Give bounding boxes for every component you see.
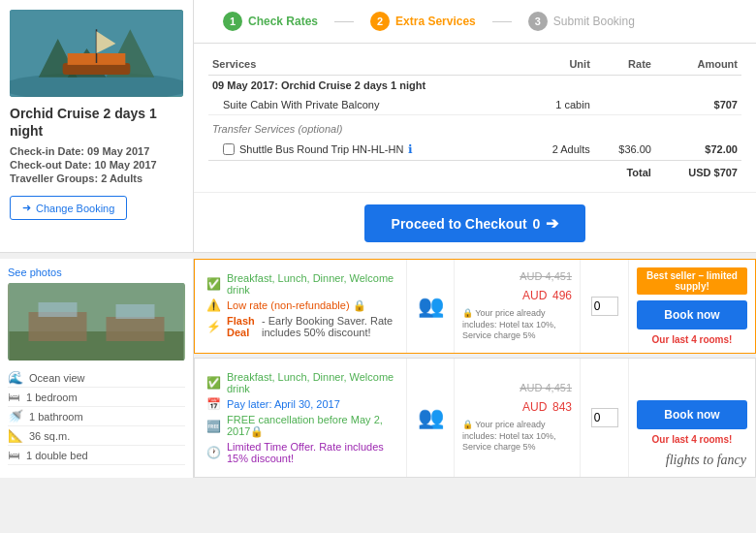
bottom-wrapper: See photos 🌊 Ocean view 🛏 (0, 259, 756, 478)
services-table-area: Services Unit Rate Amount 09 May 2017: O… (194, 44, 756, 192)
change-booking-button[interactable]: ➜ Change Booking (10, 196, 127, 220)
amenities-list: 🌊 Ocean view 🛏 1 bedroom 🚿 1 bathroom 📐 … (8, 368, 185, 465)
left-panel: Orchid Cruise 2 days 1 night Check-in Da… (0, 0, 194, 252)
room-card-1: ✅ Breakfast, Lunch, Dinner, Welcome drin… (194, 259, 756, 354)
bathroom-icon: 🚿 (8, 409, 23, 423)
checkout-row: Check-out Date: 10 May 2017 (10, 159, 183, 171)
bed-icon: 🛏 (8, 448, 20, 462)
room-1-old-price: AUD 4,451 (520, 270, 572, 282)
transfer-unit: 2 Adults (524, 139, 593, 161)
transfer-amount: $72.00 (655, 139, 741, 161)
svg-rect-14 (116, 304, 155, 319)
room-1-price: AUD 4,451 AUD 496 🔒 Your price already i… (455, 260, 581, 353)
guests-icon-2: 👥 (418, 405, 444, 430)
bedroom-icon: 🛏 (8, 390, 20, 404)
time-icon-2: 🕐 (206, 446, 221, 459)
col-amount: Amount (655, 53, 741, 76)
room-1-guests: 👥 (406, 260, 455, 353)
cruise-image (10, 10, 183, 97)
right-panel: 1 Check Rates 2 Extra Services 3 Submit … (194, 0, 756, 252)
room-2-qty-input[interactable] (591, 408, 618, 427)
room-1-new-price: AUD 496 (522, 282, 572, 304)
svg-rect-12 (107, 317, 165, 341)
room-1-book-col: Best seller – limited supply! Book now O… (629, 260, 755, 353)
step-3-label: Submit Booking (553, 15, 635, 28)
step-2-num: 2 (370, 12, 390, 31)
feature-meals-2: ✅ Breakfast, Lunch, Dinner, Welcome drin… (206, 371, 394, 394)
amenity-bed: 🛏 1 double bed (8, 446, 185, 465)
amenity-size: 📐 36 sq.m. (8, 426, 185, 446)
room-1-book-button[interactable]: Book now (637, 300, 747, 329)
room-2-price: AUD 4,451 AUD 843 🔒 Your price already i… (455, 359, 581, 477)
main-service-name: Suite Cabin With Private Balcony (208, 95, 524, 115)
bottom-section: See photos 🌊 Ocean view 🛏 (0, 259, 756, 478)
step-divider-1 (334, 21, 354, 22)
svg-rect-13 (39, 302, 78, 317)
room-1-last-rooms: Our last 4 rooms! (652, 334, 733, 345)
feature-discount-2: 🕐 Limited Time Offer. Rate includes 15% … (206, 441, 394, 464)
size-icon: 📐 (8, 428, 23, 443)
check-circle-icon-2: ✅ (206, 376, 221, 390)
main-service-unit: 1 cabin (524, 95, 593, 115)
step-1: 1 Check Rates (208, 8, 332, 35)
checkout-button[interactable]: Proceed to Checkout 0 ➔ (364, 204, 586, 242)
warning-icon-1: ⚠️ (206, 298, 221, 312)
flash-icon-1: ⚡ (206, 320, 221, 333)
total-label: Total (208, 161, 655, 183)
traveller-row: Traveller Groups: 2 Adults (10, 172, 183, 184)
checkout-section: Proceed to Checkout 0 ➔ (194, 192, 756, 252)
step-2-label: Extra Services (395, 15, 476, 28)
transfer-section-title: Transfer Services (optional) (208, 115, 741, 140)
room-2-book-button[interactable]: Book now (637, 400, 747, 429)
room-2-price-note: 🔒 Your price already includes: Hotel tax… (462, 420, 572, 454)
check-circle-icon-1: ✅ (206, 277, 221, 291)
room-2-new-price: AUD 843 (522, 393, 572, 416)
step-divider-2 (492, 21, 512, 22)
col-rate: Rate (594, 53, 655, 76)
room-1-features: ✅ Breakfast, Lunch, Dinner, Welcome drin… (195, 260, 406, 353)
feature-rate-1: ⚠️ Low rate (non-refundable) 🔒 (206, 298, 394, 312)
cruise-title: Orchid Cruise 2 days 1 night (10, 105, 183, 140)
step-3-num: 3 (528, 12, 548, 31)
room-2-qty (581, 359, 629, 477)
step-2: 2 Extra Services (356, 8, 490, 35)
room-2-old-price: AUD 4,451 (520, 382, 572, 393)
step-1-num: 1 (223, 12, 242, 31)
see-photos-link[interactable]: See photos (8, 266, 185, 278)
calendar-icon-2: 📅 (206, 397, 221, 411)
free-icon-2: 🆓 (206, 420, 221, 433)
feature-paylater-2: 📅 Pay later: April 30, 2017 (206, 397, 394, 411)
main-service-rate (594, 95, 655, 115)
amenity-bedroom: 🛏 1 bedroom (8, 388, 185, 407)
room-options: ✅ Breakfast, Lunch, Dinner, Welcome drin… (194, 259, 756, 478)
best-seller-badge: Best seller – limited supply! (637, 267, 747, 295)
steps-bar: 1 Check Rates 2 Extra Services 3 Submit … (194, 0, 756, 44)
bottom-left-panel: See photos 🌊 Ocean view 🛏 (0, 259, 194, 478)
checkout-arrow-icon: ➔ (546, 214, 558, 233)
step-1-label: Check Rates (248, 15, 318, 28)
amenity-ocean-view: 🌊 Ocean view (8, 368, 185, 388)
services-table: Services Unit Rate Amount 09 May 2017: O… (208, 53, 741, 182)
col-unit: Unit (524, 53, 593, 76)
ocean-view-icon: 🌊 (8, 370, 23, 385)
total-amount: USD $707 (655, 161, 741, 183)
watermark: flights to fancy (666, 453, 746, 468)
room-1-price-note: 🔒 Your price already includes: Hotel tax… (462, 308, 572, 342)
arrow-icon: ➜ (22, 202, 31, 214)
main-service-amount: $707 (655, 95, 741, 115)
col-services: Services (208, 53, 524, 76)
feature-cancel-2: 🆓 FREE cancellation before May 2, 2017🔒 (206, 414, 394, 438)
room-1-qty (581, 260, 629, 353)
room-image (8, 283, 185, 361)
feature-meals-1: ✅ Breakfast, Lunch, Dinner, Welcome drin… (206, 272, 394, 296)
room-2-last-rooms: Our last 4 rooms! (652, 434, 733, 445)
feature-flash-1: ⚡ Flash Deal - Early Booking Saver. Rate… (206, 315, 394, 338)
guests-icon-1: 👥 (418, 294, 444, 319)
section-title: 09 May 2017: Orchid Cruise 2 days 1 nigh… (208, 76, 741, 96)
transfer-checkbox[interactable] (223, 143, 235, 155)
transfer-service-name: Shuttle Bus Round Trip HN-HL-HN ℹ (208, 139, 524, 161)
room-1-qty-input[interactable] (591, 297, 618, 316)
room-2-guests: 👥 (406, 359, 455, 477)
step-3: 3 Submit Booking (514, 8, 649, 35)
transfer-checkbox-label: Shuttle Bus Round Trip HN-HL-HN ℹ (223, 142, 520, 156)
